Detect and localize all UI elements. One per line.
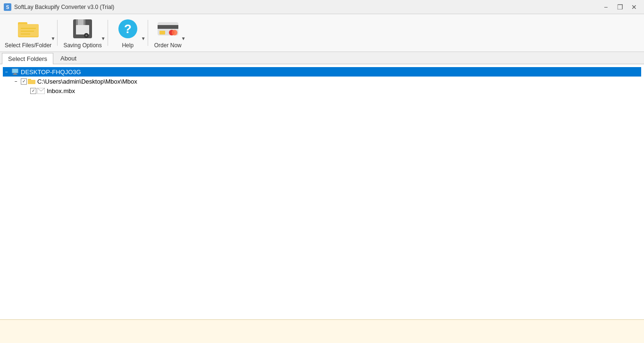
tree-root-label: DESKTOP-FHQJO3G xyxy=(20,69,82,76)
file-tree: − DESKTOP-FHQJO3G − ✓ C:\Users\admin\Des… xyxy=(3,67,641,95)
app-icon: S xyxy=(4,3,11,11)
tree-toggle-mbox[interactable]: − xyxy=(12,77,20,85)
question-icon: ? xyxy=(117,17,139,40)
svg-point-13 xyxy=(85,34,87,36)
minimize-button[interactable]: − xyxy=(600,2,612,12)
svg-rect-18 xyxy=(159,31,165,34)
tree-mbox-label: C:\Users\admin\Desktop\Mbox\Mbox xyxy=(36,78,138,85)
main-content: − DESKTOP-FHQJO3G − ✓ C:\Users\admin\Des… xyxy=(0,64,644,319)
tab-bar: Select Folders About xyxy=(0,52,644,64)
svg-rect-5 xyxy=(21,28,36,29)
order-now-button[interactable]: Order Now ▼ xyxy=(149,16,187,50)
svg-rect-22 xyxy=(14,73,17,74)
svg-rect-6 xyxy=(21,31,34,32)
select-files-button[interactable]: Select Files/Folder ▼ xyxy=(0,16,56,50)
select-files-dropdown-icon: ▼ xyxy=(50,36,55,41)
svg-rect-9 xyxy=(76,25,89,34)
tab-select-folders[interactable]: Select Folders xyxy=(2,53,53,64)
tree-inbox-label: Inbox.mbx xyxy=(46,87,76,94)
svg-rect-23 xyxy=(13,74,17,75)
tree-checkbox-mbox[interactable]: ✓ xyxy=(21,78,27,85)
svg-rect-4 xyxy=(18,24,39,36)
order-now-dropdown-icon: ▼ xyxy=(181,36,186,41)
title-left: S SoftLay Backupify Converter v3.0 (Tria… xyxy=(4,3,114,11)
tree-toggle-root[interactable]: − xyxy=(3,68,10,76)
toolbar: Select Files/Folder ▼ Saving Options ▼ xyxy=(0,14,644,52)
toolbar-separator-1 xyxy=(57,20,58,46)
svg-text:S: S xyxy=(6,5,9,10)
title-bar: S SoftLay Backupify Converter v3.0 (Tria… xyxy=(0,0,644,14)
saving-options-button[interactable]: Saving Options ▼ xyxy=(59,16,106,50)
computer-icon xyxy=(11,68,19,76)
close-button[interactable]: ✕ xyxy=(628,2,640,12)
title-controls: − ❐ ✕ xyxy=(600,2,640,12)
help-label: Help xyxy=(122,42,134,49)
select-files-label: Select Files/Folder xyxy=(5,42,51,49)
tree-item-mbox[interactable]: − ✓ C:\Users\admin\Desktop\Mbox\Mbox xyxy=(3,77,641,86)
svg-rect-24 xyxy=(12,69,18,73)
saving-options-dropdown-icon: ▼ xyxy=(101,36,106,41)
tab-about[interactable]: About xyxy=(54,52,83,64)
toolbar-separator-3 xyxy=(148,20,148,46)
svg-rect-17 xyxy=(158,25,178,29)
help-button[interactable]: ? Help ▼ xyxy=(109,16,147,50)
tree-file-icon-inbox xyxy=(37,88,45,94)
tree-folder-icon-mbox xyxy=(28,78,35,85)
saving-options-label: Saving Options xyxy=(63,42,101,49)
svg-point-20 xyxy=(172,30,177,35)
tree-item-inbox[interactable]: ✓ Inbox.mbx xyxy=(3,86,641,95)
status-bar xyxy=(0,319,644,343)
disk-icon xyxy=(71,17,94,40)
restore-button[interactable]: ❐ xyxy=(614,2,626,12)
toolbar-separator-2 xyxy=(108,20,108,46)
tree-checkbox-inbox[interactable]: ✓ xyxy=(30,88,36,94)
tree-item-root[interactable]: − DESKTOP-FHQJO3G xyxy=(3,67,641,77)
help-dropdown-icon: ▼ xyxy=(141,36,146,41)
svg-rect-7 xyxy=(21,34,30,34)
app-title: SoftLay Backupify Converter v3.0 (Trial) xyxy=(14,4,114,10)
svg-text:?: ? xyxy=(124,22,132,36)
svg-rect-27 xyxy=(28,80,35,84)
folder-icon xyxy=(17,17,40,40)
card-icon xyxy=(157,17,179,40)
order-now-label: Order Now xyxy=(154,42,182,49)
svg-rect-11 xyxy=(78,19,84,25)
